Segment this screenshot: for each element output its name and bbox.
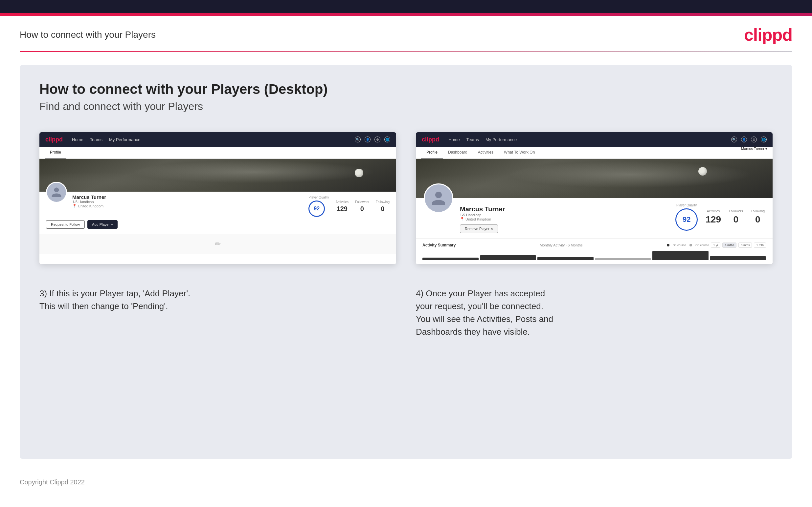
right-tab-profile[interactable]: Profile — [421, 147, 443, 159]
right-app-logo: clippd — [422, 136, 439, 143]
left-quality-circle: 92 — [308, 201, 325, 217]
caption-left: 3) If this is your Player tap, 'Add Play… — [39, 281, 396, 345]
left-followers-stat: Followers 0 — [355, 200, 369, 213]
right-activities-stat: Activities 129 — [706, 209, 721, 225]
left-action-buttons: Request to Follow Add Player + — [39, 217, 396, 234]
left-following-stat: Following 0 — [376, 200, 390, 213]
caption-left-text: 3) If this is your Player tap, 'Add Play… — [39, 287, 396, 313]
header-divider — [20, 51, 792, 52]
right-remove-player-area: Remove Player × — [460, 224, 669, 233]
chart-bar-6 — [710, 256, 766, 260]
period-1mth-button[interactable]: 1 mth — [754, 242, 766, 248]
right-golf-background — [416, 159, 773, 198]
left-nav-icons: 🔍 👤 ⚙ 🌐 — [355, 136, 390, 143]
page-footer: Copyright Clippd 2022 — [0, 472, 812, 493]
chart-bar-1 — [422, 258, 478, 260]
accent-bar — [0, 13, 812, 16]
on-course-legend-dot — [667, 244, 669, 246]
left-profile-info: Marcus Turner 1-5 Handicap 📍 United King… — [72, 192, 303, 208]
right-tab-whattoworkon[interactable]: What To Work On — [499, 147, 540, 159]
left-avatar-icon — [51, 186, 62, 198]
right-quality-stat: Player Quality 92 — [675, 204, 698, 231]
top-bar — [0, 0, 812, 13]
left-user-icon[interactable]: 👤 — [365, 136, 370, 143]
right-globe-icon[interactable]: 🌐 — [761, 136, 767, 143]
page-header: How to connect with your Players clippd — [0, 16, 812, 51]
left-screenshot-bottom: ✏ — [39, 234, 396, 253]
pencil-icon: ✏ — [215, 240, 221, 248]
right-avatar-icon — [430, 190, 447, 207]
activity-period-label: Monthly Activity · 6 Months — [540, 243, 582, 247]
right-settings-icon[interactable]: ⚙ — [751, 136, 757, 143]
screenshot-left: clippd Home Teams My Performance 🔍 👤 ⚙ 🌐… — [39, 132, 396, 264]
caption-right: 4) Once your Player has acceptedyour req… — [416, 281, 773, 345]
left-profile-area: Marcus Turner 1-5 Handicap 📍 United King… — [39, 192, 396, 217]
add-player-button[interactable]: Add Player + — [87, 220, 117, 229]
left-golf-ball — [355, 169, 363, 177]
section-subheading: Find and connect with your Players — [39, 100, 773, 113]
left-quality-stat: Player Quality 92 — [308, 195, 329, 217]
screenshots-row: clippd Home Teams My Performance 🔍 👤 ⚙ 🌐… — [39, 132, 773, 264]
left-player-handicap: 1-5 Handicap — [72, 200, 303, 204]
activity-title: Activity Summary — [422, 243, 456, 247]
left-tab-profile[interactable]: Profile — [45, 147, 66, 159]
left-nav-home[interactable]: Home — [72, 137, 84, 142]
right-profile-info: Marcus Turner 1-5 Handicap 📍 United King… — [460, 198, 669, 233]
right-tab-activities[interactable]: Activities — [473, 147, 499, 159]
left-player-name: Marcus Turner — [72, 194, 303, 200]
right-nav-teams[interactable]: Teams — [466, 137, 479, 142]
remove-player-button[interactable]: Remove Player × — [460, 224, 498, 233]
right-profile-area: Marcus Turner 1-5 Handicap 📍 United King… — [416, 198, 773, 233]
right-following-stat: Following 0 — [751, 209, 765, 225]
right-player-handicap: 1-5 Handicap — [460, 213, 669, 217]
left-player-location: 📍 United Kingdom — [72, 204, 303, 208]
left-globe-icon[interactable]: 🌐 — [384, 136, 390, 143]
left-search-icon[interactable]: 🔍 — [355, 136, 361, 143]
left-nav-teams[interactable]: Teams — [90, 137, 102, 142]
left-nav-myperformance[interactable]: My Performance — [109, 137, 140, 142]
right-user-dropdown[interactable]: Marcus Turner ▾ — [741, 147, 767, 159]
clippd-logo: clippd — [744, 25, 792, 45]
plus-icon: + — [111, 223, 113, 226]
left-tabs: Profile — [39, 147, 396, 159]
right-search-icon[interactable]: 🔍 — [731, 136, 737, 143]
request-to-follow-button[interactable]: Request to Follow — [46, 220, 85, 229]
period-3mths-button[interactable]: 3 mths — [739, 242, 752, 248]
right-nav-links: Home Teams My Performance — [448, 137, 731, 142]
left-hero-image — [39, 159, 396, 192]
right-nav-myperformance[interactable]: My Performance — [486, 137, 517, 142]
left-avatar — [46, 182, 67, 203]
activity-legend: On course Off course — [667, 243, 709, 247]
main-content: How to connect with your Players (Deskto… — [20, 65, 792, 459]
right-followers-stat: Followers 0 — [729, 209, 743, 225]
right-tab-dashboard[interactable]: Dashboard — [443, 147, 473, 159]
right-tabs: Profile Dashboard Activities What To Wor… — [416, 147, 773, 159]
left-golf-background — [39, 159, 396, 192]
right-nav-icons: 🔍 👤 ⚙ 🌐 — [731, 136, 767, 143]
left-navbar: clippd Home Teams My Performance 🔍 👤 ⚙ 🌐 — [39, 132, 396, 147]
on-course-label: On course — [673, 243, 687, 247]
right-hero-image — [416, 159, 773, 198]
chart-bar-5 — [652, 251, 709, 260]
left-settings-icon[interactable]: ⚙ — [374, 136, 380, 143]
right-navbar: clippd Home Teams My Performance 🔍 👤 ⚙ 🌐 — [416, 132, 773, 147]
page-title: How to connect with your Players — [20, 30, 156, 40]
off-course-legend-dot — [690, 244, 692, 246]
right-user-icon[interactable]: 👤 — [741, 136, 747, 143]
footer-copyright: Copyright Clippd 2022 — [20, 478, 85, 486]
period-6mths-button[interactable]: 6 mths — [722, 242, 737, 248]
activity-header: Activity Summary Monthly Activity · 6 Mo… — [422, 242, 766, 248]
right-nav-home[interactable]: Home — [448, 137, 460, 142]
left-app-logo: clippd — [45, 136, 63, 143]
right-stats-area: Player Quality 92 Activities 129 Followe… — [675, 198, 765, 231]
right-player-name: Marcus Turner — [460, 206, 669, 213]
screenshot-right: clippd Home Teams My Performance 🔍 👤 ⚙ 🌐… — [416, 132, 773, 264]
left-location-pin-icon: 📍 — [72, 204, 77, 208]
period-1yr-button[interactable]: 1 yr — [711, 242, 720, 248]
captions-row: 3) If this is your Player tap, 'Add Play… — [39, 281, 773, 345]
right-tab-list: Profile Dashboard Activities What To Wor… — [421, 147, 540, 159]
left-activities-stat: Activities 129 — [336, 200, 349, 213]
section-heading: How to connect with your Players (Deskto… — [39, 81, 773, 97]
activity-summary-section: Activity Summary Monthly Activity · 6 Mo… — [416, 238, 773, 264]
chart-bar-3 — [538, 257, 594, 260]
